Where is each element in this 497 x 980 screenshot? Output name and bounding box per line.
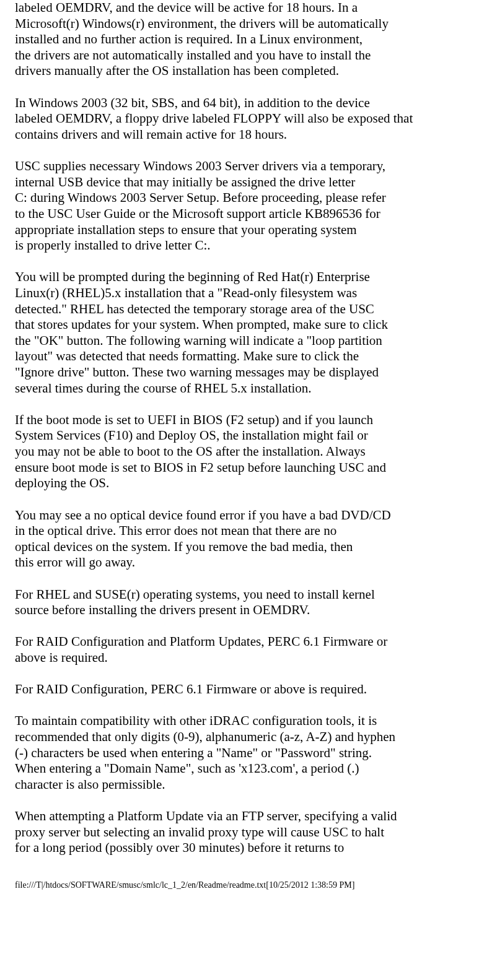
document-body-text: labeled OEMDRV, and the device will be a… [15,0,482,856]
footer-file-path: file:///T|/htdocs/SOFTWARE/smusc/smlc/lc… [15,856,482,895]
